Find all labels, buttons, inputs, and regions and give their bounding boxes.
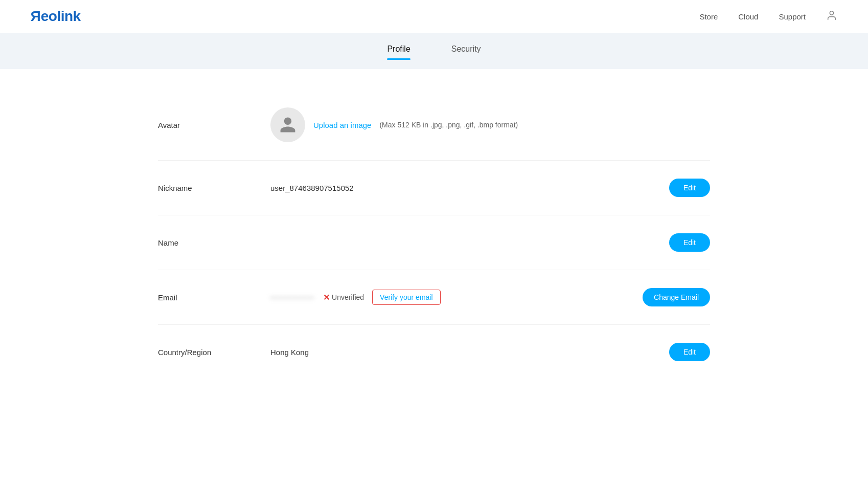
nickname-row: Nickname user_874638907515052 Edit: [158, 161, 710, 215]
country-action: Edit: [669, 343, 710, 361]
header-nav: Store Cloud Support: [699, 10, 837, 24]
nav-store[interactable]: Store: [699, 12, 718, 21]
tab-security[interactable]: Security: [451, 45, 481, 58]
avatar-label: Avatar: [158, 121, 270, 129]
user-icon[interactable]: [826, 10, 837, 24]
name-row: Name Edit: [158, 215, 710, 270]
avatar-content: Upload an image (Max 512 KB in .jpg, .pn…: [270, 107, 710, 142]
x-icon: ✕: [323, 293, 330, 302]
unverified-badge: ✕ Unverified: [323, 293, 364, 302]
nickname-action: Edit: [669, 179, 710, 197]
logo-r-icon: R: [31, 8, 41, 25]
name-edit-button[interactable]: Edit: [669, 233, 710, 252]
email-row: Email •••••••••••• ✕ Unverified Verify y…: [158, 270, 710, 325]
change-email-button[interactable]: Change Email: [643, 288, 710, 306]
tab-profile[interactable]: Profile: [387, 45, 410, 58]
email-masked: ••••••••••••: [270, 293, 315, 302]
upload-image-link[interactable]: Upload an image: [313, 121, 371, 129]
upload-hint: (Max 512 KB in .jpg, .png, .gif, .bmp fo…: [379, 121, 518, 129]
nickname-label: Nickname: [158, 184, 270, 192]
avatar: [270, 107, 305, 142]
tab-bar: Profile Security: [0, 33, 868, 69]
country-edit-button[interactable]: Edit: [669, 343, 710, 361]
header: Reolink Store Cloud Support: [0, 0, 868, 33]
email-content: •••••••••••• ✕ Unverified Verify your em…: [270, 290, 643, 305]
nav-cloud[interactable]: Cloud: [738, 12, 758, 21]
logo-text: Reolink: [31, 8, 81, 25]
country-value: Hong Kong: [270, 348, 309, 357]
name-label: Name: [158, 238, 270, 247]
country-label: Country/Region: [158, 348, 270, 357]
country-content: Hong Kong: [270, 348, 669, 357]
svg-point-0: [830, 11, 833, 14]
avatar-row: Avatar Upload an image (Max 512 KB in .j…: [158, 90, 710, 161]
person-icon: [279, 116, 297, 134]
verify-email-link[interactable]: Verify your email: [372, 290, 440, 305]
email-label: Email: [158, 293, 270, 302]
email-action: Change Email: [643, 288, 710, 306]
unverified-text: Unverified: [332, 293, 364, 301]
logo: Reolink: [31, 8, 81, 25]
nav-support[interactable]: Support: [779, 12, 806, 21]
country-row: Country/Region Hong Kong Edit: [158, 325, 710, 379]
main-content: Avatar Upload an image (Max 512 KB in .j…: [127, 69, 741, 400]
name-action: Edit: [669, 233, 710, 252]
nickname-value: user_874638907515052: [270, 184, 354, 192]
nickname-edit-button[interactable]: Edit: [669, 179, 710, 197]
nickname-content: user_874638907515052: [270, 184, 669, 192]
